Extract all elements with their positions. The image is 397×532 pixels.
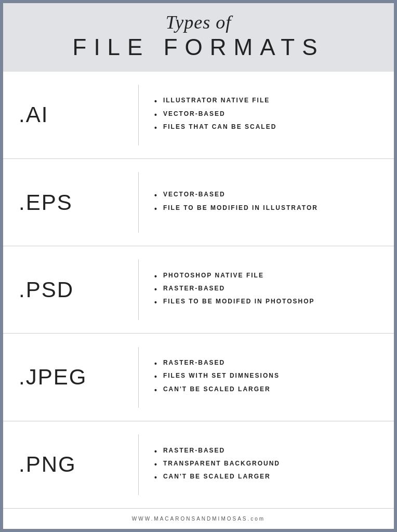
detail-item: FILES TO BE MODIFED IN PHOTOSHOP xyxy=(154,296,378,309)
vertical-divider xyxy=(138,172,139,233)
format-row: .JPEGRASTER-BASEDFILES WITH SET DIMNESIO… xyxy=(3,334,394,421)
detail-item: FILE TO BE MODIFIED IN ILLUSTRATOR xyxy=(154,203,378,216)
format-row: .PNGRASTER-BASEDTRANSPARENT BACKGROUNDCA… xyxy=(3,421,394,508)
format-name: .PNG xyxy=(19,452,123,477)
format-details: VECTOR-BASEDFILE TO BE MODIFIED IN ILLUS… xyxy=(154,189,378,215)
detail-item: FILES WITH SET DIMNESIONS xyxy=(154,370,378,383)
detail-item: CAN'T BE SCALED LARGER xyxy=(154,384,378,397)
format-row: .PSDPHOTOSHOP NATIVE FILERASTER-BASEDFIL… xyxy=(3,246,394,334)
vertical-divider xyxy=(138,347,139,408)
format-name: .PSD xyxy=(19,277,123,302)
detail-item: VECTOR-BASED xyxy=(154,109,378,122)
detail-item: ILLUSTRATOR NATIVE FILE xyxy=(154,95,378,108)
format-row: .AIILLUSTRATOR NATIVE FILEVECTOR-BASEDFI… xyxy=(3,72,394,159)
detail-item: CAN'T BE SCALED LARGER xyxy=(154,471,378,484)
format-details: ILLUSTRATOR NATIVE FILEVECTOR-BASEDFILES… xyxy=(154,95,378,135)
header-title: FILE FORMATS xyxy=(14,34,383,60)
footer: WWW.MACARONSANDMIMOSAS.com xyxy=(3,508,394,529)
detail-item: RASTER-BASED xyxy=(154,445,378,458)
detail-item: FILES THAT CAN BE SCALED xyxy=(154,122,378,135)
format-name: .AI xyxy=(19,102,123,127)
format-details: RASTER-BASEDFILES WITH SET DIMNESIONSCAN… xyxy=(154,357,378,397)
page-container: Types of FILE FORMATS .AIILLUSTRATOR NAT… xyxy=(0,0,397,532)
format-details: RASTER-BASEDTRANSPARENT BACKGROUNDCAN'T … xyxy=(154,445,378,485)
detail-item: RASTER-BASED xyxy=(154,357,378,370)
vertical-divider xyxy=(138,434,139,495)
detail-item: PHOTOSHOP NATIVE FILE xyxy=(154,270,378,283)
detail-item: RASTER-BASED xyxy=(154,283,378,296)
format-row: .EPSVECTOR-BASEDFILE TO BE MODIFIED IN I… xyxy=(3,159,394,246)
format-name: .EPS xyxy=(19,190,123,215)
detail-item: TRANSPARENT BACKGROUND xyxy=(154,458,378,471)
vertical-divider xyxy=(138,259,139,320)
content-area: .AIILLUSTRATOR NATIVE FILEVECTOR-BASEDFI… xyxy=(3,72,394,508)
footer-text: WWW.MACARONSANDMIMOSAS.com xyxy=(3,516,394,522)
format-details: PHOTOSHOP NATIVE FILERASTER-BASEDFILES T… xyxy=(154,270,378,310)
vertical-divider xyxy=(138,85,139,145)
header: Types of FILE FORMATS xyxy=(3,3,394,72)
format-name: .JPEG xyxy=(19,365,123,390)
detail-item: VECTOR-BASED xyxy=(154,189,378,202)
header-subtitle: Types of xyxy=(14,12,383,33)
